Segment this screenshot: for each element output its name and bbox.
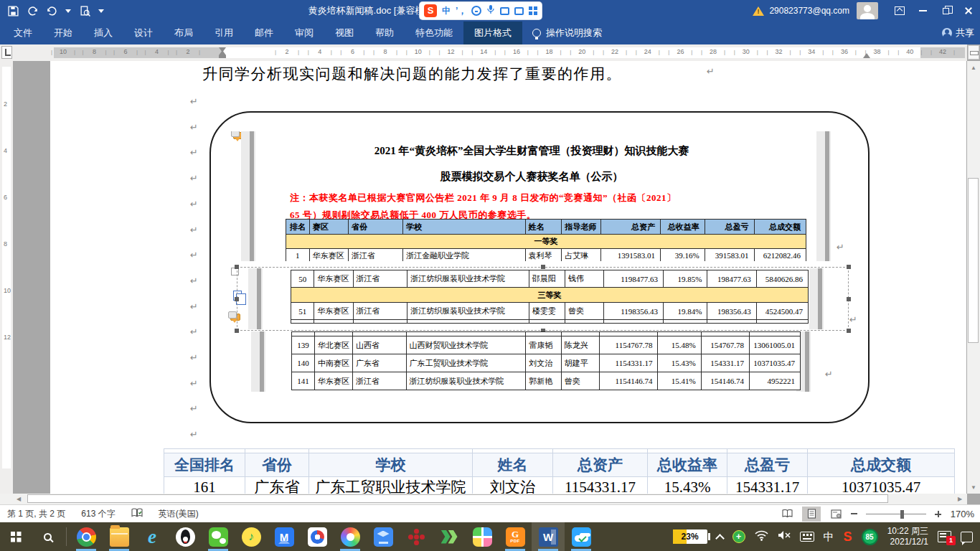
vertical-scrollbar[interactable]: ▲ ▼ — [967, 61, 980, 494]
action-center-icon[interactable] — [961, 532, 973, 542]
tab-图片格式[interactable]: 图片格式 — [463, 22, 522, 44]
ribbon-display-options-button[interactable] — [888, 0, 911, 22]
tab-插入[interactable]: 插入 — [83, 22, 123, 44]
print-layout-button[interactable] — [802, 507, 821, 522]
selection-handle[interactable] — [847, 265, 851, 269]
clock[interactable]: 10:22 周三 2021/12/1 — [887, 526, 928, 547]
taskbar-clover-app[interactable] — [466, 522, 499, 551]
tab-文件[interactable]: 文件 — [3, 22, 43, 44]
share-button[interactable]: 共享 — [942, 22, 974, 44]
selection-handle[interactable] — [235, 329, 239, 333]
taskbar-file-explorer[interactable] — [103, 522, 136, 551]
emoji-icon[interactable] — [471, 6, 481, 16]
print-preview-icon[interactable] — [79, 5, 90, 17]
zoom-out-button[interactable] — [851, 513, 857, 514]
taskbar-flower-app[interactable] — [400, 522, 433, 551]
scroll-down-icon[interactable]: ▼ — [967, 482, 980, 493]
selection-handle[interactable] — [235, 265, 239, 269]
left-indent-marker[interactable] — [219, 55, 226, 58]
undo-dropdown-icon[interactable] — [65, 9, 71, 13]
mic-icon[interactable] — [486, 4, 495, 17]
battery-indicator[interactable]: 23% — [673, 529, 707, 544]
taskbar-badge-app[interactable] — [367, 522, 400, 551]
zoom-slider-thumb[interactable] — [900, 510, 904, 519]
taskbar-wechat[interactable] — [202, 522, 235, 551]
notification-icon[interactable]: 1 — [938, 531, 951, 542]
customize-qat-icon[interactable] — [98, 9, 104, 13]
taskbar-meeting-app[interactable]: M — [268, 522, 301, 551]
tab-视图[interactable]: 视图 — [324, 22, 364, 44]
taskbar-qq[interactable] — [169, 522, 202, 551]
restore-button[interactable] — [934, 0, 957, 22]
taskbar-qq-music[interactable]: ♪ — [235, 522, 268, 551]
save-icon[interactable] — [7, 5, 19, 17]
ime-mode-chinese[interactable]: 中 — [442, 5, 451, 17]
health-score-icon[interactable]: 85 — [862, 529, 878, 545]
redo-icon[interactable] — [27, 5, 38, 17]
spellcheck-icon[interactable] — [131, 508, 143, 520]
language-indicator[interactable]: 英语(美国) — [159, 508, 199, 520]
taskbar-rainbow-browser[interactable] — [334, 522, 367, 551]
taskbar-arrows-app[interactable] — [433, 522, 466, 551]
taskbar-cloud-drive[interactable] — [565, 522, 598, 551]
undo-icon[interactable] — [46, 5, 57, 17]
keyboard-icon[interactable] — [500, 7, 509, 15]
right-indent-marker[interactable] — [863, 53, 870, 58]
tray-expand-icon[interactable] — [715, 534, 725, 543]
selection-handle[interactable] — [847, 329, 851, 333]
wifi-icon[interactable] — [755, 530, 768, 544]
sogou-logo-icon[interactable]: S — [424, 4, 437, 17]
page[interactable]: 升同学分析现实问题和解决问题的能力发挥了重要的作用。 2021 年“黄炎培杯”全… — [50, 61, 966, 494]
tab-帮助[interactable]: 帮助 — [364, 22, 405, 44]
tell-me-search[interactable]: 操作说明搜索 — [532, 22, 602, 44]
taskbar-knot-app[interactable] — [301, 522, 334, 551]
scroll-right-icon[interactable]: ▶ — [954, 494, 966, 504]
taskbar-pdf-app[interactable]: GPDF — [499, 522, 532, 551]
read-mode-button[interactable] — [778, 507, 796, 522]
vertical-ruler[interactable]: 24681012 — [0, 61, 13, 494]
tab-布局[interactable]: 布局 — [164, 22, 204, 44]
selection-border[interactable] — [237, 267, 849, 331]
horizontal-ruler[interactable]: 10||8||6||4||2||2||4||6||8||10||12||14||… — [54, 47, 965, 58]
toolbox-icon[interactable] — [514, 7, 524, 15]
zoom-in-button[interactable] — [935, 511, 941, 517]
scroll-left-icon[interactable]: ◀ — [13, 494, 24, 504]
zoom-level[interactable]: 170% — [947, 509, 974, 519]
tab-stop-selector[interactable] — [1, 46, 12, 59]
tab-设计[interactable]: 设计 — [123, 22, 164, 44]
taskbar-word[interactable]: W — [532, 522, 565, 551]
selection-handle[interactable] — [847, 297, 851, 301]
ruler-toggle-button[interactable] — [968, 45, 979, 60]
tab-引用[interactable]: 引用 — [204, 22, 244, 44]
tab-邮件[interactable]: 邮件 — [244, 22, 284, 44]
hanging-indent-marker[interactable] — [219, 50, 226, 55]
national-ranking-table[interactable]: 全国排名省份学校姓名总资产总收益率总盈亏总成交额161广东省广东工贸职业技术学院… — [164, 448, 955, 494]
body-paragraph[interactable]: 升同学分析现实问题和解决问题的能力发挥了重要的作用。 — [202, 64, 622, 84]
taskbar-search-button[interactable] — [32, 522, 63, 551]
sogou-ime-bar[interactable]: S 中 ’， — [420, 2, 542, 19]
horizontal-scrollbar[interactable]: ◀ ▶ — [0, 494, 967, 504]
touch-keyboard-icon[interactable] — [800, 532, 814, 542]
scroll-up-icon[interactable]: ▲ — [967, 62, 980, 73]
tab-审阅[interactable]: 审阅 — [284, 22, 324, 44]
warning-icon[interactable] — [753, 6, 764, 16]
taskbar-chrome-browser[interactable] — [70, 522, 103, 551]
avatar[interactable] — [857, 2, 878, 19]
tab-开始[interactable]: 开始 — [43, 22, 83, 44]
volume-muted-icon[interactable] — [778, 530, 791, 543]
sogou-tray-icon[interactable]: S — [844, 529, 852, 545]
selection-handle[interactable] — [235, 297, 239, 301]
selection-handle[interactable] — [541, 265, 545, 269]
vertical-scrollbar-thumb[interactable] — [968, 178, 979, 343]
award-list-image-1[interactable]: 2021 年“黄炎培杯”全国大学生财富管理（投资理财）知识技能大赛 股票模拟交易… — [230, 131, 834, 261]
green-plus-icon[interactable]: + — [732, 530, 745, 543]
ime-punctuation[interactable]: ’， — [456, 5, 466, 17]
award-list-image-3[interactable]: 139华北赛区山西省山西财贸职业技术学院雷康韬陈龙兴1154767.7815.4… — [242, 331, 824, 392]
horizontal-scrollbar-thumb[interactable] — [27, 494, 888, 503]
more-tools-icon[interactable] — [529, 6, 537, 15]
page-indicator[interactable]: 第 1 页, 共 2 页 — [7, 508, 65, 520]
ime-language-indicator[interactable]: 中 — [824, 530, 834, 544]
taskbar-internet-explorer[interactable]: e — [136, 522, 169, 551]
word-count[interactable]: 613 个字 — [81, 508, 115, 520]
start-button[interactable] — [0, 522, 32, 551]
